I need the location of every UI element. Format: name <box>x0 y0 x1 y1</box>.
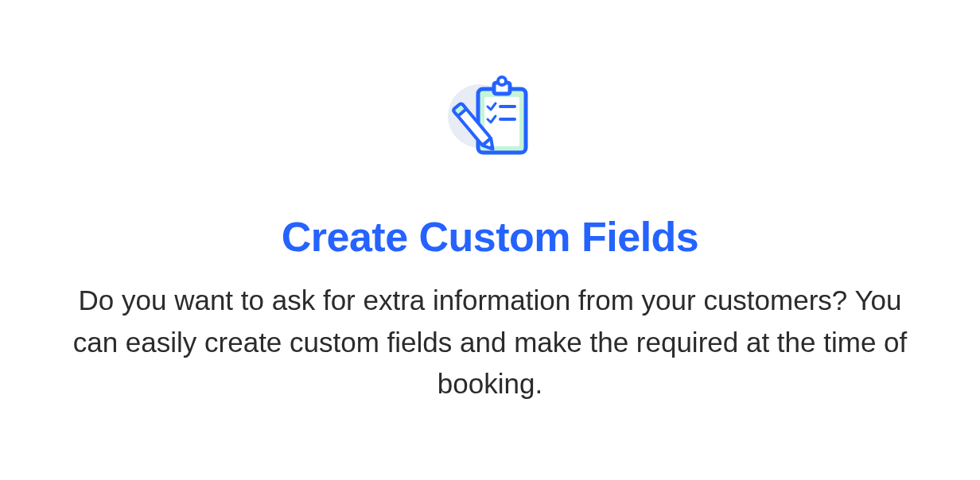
clipboard-pencil-icon <box>438 75 542 181</box>
feature-heading: Create Custom Fields <box>282 213 699 261</box>
feature-description: Do you want to ask for extra information… <box>64 280 916 405</box>
svg-point-4 <box>498 77 506 85</box>
